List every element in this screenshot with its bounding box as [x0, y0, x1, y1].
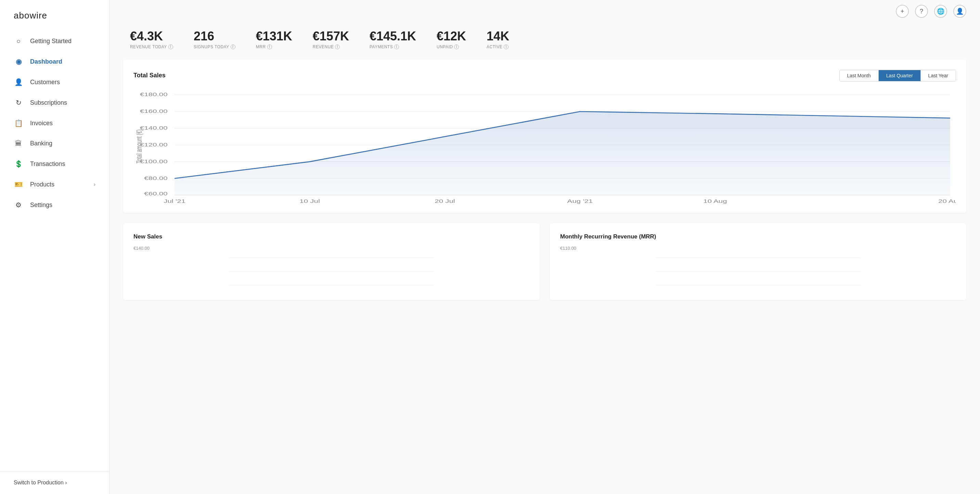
chart-title: Total Sales — [134, 72, 165, 79]
stat-signups-today: 216SIGNUPS TODAY i — [194, 29, 249, 49]
sidebar-item-transactions[interactable]: 💲Transactions — [0, 154, 109, 174]
subscriptions-icon: ↻ — [14, 98, 23, 107]
customers-icon: 👤 — [14, 78, 23, 86]
new-sales-svg — [134, 251, 529, 292]
help-icon[interactable]: ? — [915, 5, 928, 18]
mrr-svg — [560, 251, 956, 292]
mrr-y-label: €110.00 — [560, 246, 956, 251]
banking-icon: 🏛 — [14, 140, 23, 148]
stat-label-unpaid: UNPAID i — [437, 44, 459, 49]
stat-value-mrr: €131K — [256, 29, 292, 43]
sidebar-item-customers[interactable]: 👤Customers — [0, 72, 109, 92]
sidebar-item-banking[interactable]: 🏛Banking — [0, 133, 109, 154]
sidebar-item-getting-started[interactable]: ○Getting Started — [0, 31, 109, 51]
switch-production-button[interactable]: Switch to Production › — [0, 471, 109, 494]
sidebar-item-label-settings: Settings — [30, 202, 52, 209]
sidebar-item-dashboard[interactable]: ◉Dashboard — [0, 51, 109, 72]
total-sales-chart-card: Total Sales Last MonthLast QuarterLast Y… — [123, 60, 966, 213]
products-icon: 🎫 — [14, 180, 23, 189]
info-icon-payments[interactable]: i — [394, 44, 399, 49]
sidebar-item-label-dashboard: Dashboard — [30, 58, 62, 65]
topbar: + ? 🌐 👤 — [110, 0, 980, 22]
settings-icon: ⚙ — [14, 201, 23, 209]
svg-text:€80.00: €80.00 — [144, 175, 167, 181]
new-sales-y-label: €140.00 — [134, 246, 529, 251]
mrr-card: Monthly Recurring Revenue (MRR) €110.00 — [550, 223, 966, 300]
sidebar-item-label-invoices: Invoices — [30, 120, 53, 127]
stat-label-revenue: REVENUE i — [313, 44, 340, 49]
mrr-title: Monthly Recurring Revenue (MRR) — [560, 233, 956, 240]
info-icon-revenue-today[interactable]: i — [169, 44, 173, 49]
stat-value-unpaid: €12K — [437, 29, 466, 43]
plus-icon[interactable]: + — [896, 5, 909, 18]
svg-text:20 Jul: 20 Jul — [434, 199, 455, 204]
info-icon-revenue[interactable]: i — [335, 44, 340, 49]
stat-value-revenue: €157K — [313, 29, 349, 43]
info-icon-signups-today[interactable]: i — [231, 44, 235, 49]
svg-text:Aug '21: Aug '21 — [567, 199, 593, 204]
info-icon-unpaid[interactable]: i — [454, 44, 459, 49]
getting-started-icon: ○ — [14, 37, 23, 45]
stat-active: 14KACTIVE i — [487, 29, 523, 49]
stat-payments: €145.1KPAYMENTS i — [369, 29, 430, 49]
sidebar: abowire ○Getting Started◉Dashboard👤Custo… — [0, 0, 110, 494]
sidebar-item-invoices[interactable]: 📋Invoices — [0, 113, 109, 133]
sidebar-item-label-transactions: Transactions — [30, 160, 65, 168]
time-filter-last-year[interactable]: Last Year — [921, 70, 956, 81]
sidebar-item-label-subscriptions: Subscriptions — [30, 99, 67, 106]
stat-revenue: €157KREVENUE i — [313, 29, 363, 49]
time-filter-group: Last MonthLast QuarterLast Year — [839, 70, 956, 81]
svg-text:€100.00: €100.00 — [140, 159, 168, 164]
stat-mrr: €131KMRR i — [256, 29, 306, 49]
new-sales-title: New Sales — [134, 233, 529, 240]
stat-label-mrr: MRR i — [256, 44, 272, 49]
svg-text:€120.00: €120.00 — [140, 142, 168, 148]
dashboard-icon: ◉ — [14, 57, 23, 66]
svg-text:€140.00: €140.00 — [140, 125, 168, 131]
stat-value-signups-today: 216 — [194, 29, 214, 43]
sidebar-item-label-products: Products — [30, 181, 54, 188]
svg-text:Jul '21: Jul '21 — [164, 199, 185, 204]
stat-label-signups-today: SIGNUPS TODAY i — [194, 44, 235, 49]
stat-label-payments: PAYMENTS i — [369, 44, 399, 49]
time-filter-last-quarter[interactable]: Last Quarter — [879, 70, 921, 81]
sidebar-item-subscriptions[interactable]: ↻Subscriptions — [0, 92, 109, 113]
time-filter-last-month[interactable]: Last Month — [840, 70, 879, 81]
svg-text:10 Aug: 10 Aug — [703, 199, 727, 204]
products-expand-arrow-icon: › — [94, 181, 95, 187]
sidebar-item-products[interactable]: 🎫Products› — [0, 174, 109, 195]
sidebar-item-settings[interactable]: ⚙Settings — [0, 195, 109, 215]
stat-value-payments: €145.1K — [369, 29, 416, 43]
svg-text:€180.00: €180.00 — [140, 92, 168, 97]
user-icon[interactable]: 👤 — [953, 5, 966, 18]
total-sales-svg: €180.00 €160.00 €140.00 €120.00 €100.00 … — [134, 88, 956, 205]
sidebar-item-label-customers: Customers — [30, 79, 60, 86]
globe-icon[interactable]: 🌐 — [934, 5, 947, 18]
stat-label-active: ACTIVE i — [487, 44, 509, 49]
stat-revenue-today: €4.3KREVENUE TODAY i — [130, 29, 187, 49]
stat-value-active: 14K — [487, 29, 509, 43]
svg-marker-15 — [175, 111, 950, 195]
stat-value-revenue-today: €4.3K — [130, 29, 163, 43]
svg-text:€160.00: €160.00 — [140, 108, 168, 114]
svg-text:10 Jul: 10 Jul — [299, 199, 320, 204]
sidebar-item-label-getting-started: Getting Started — [30, 38, 72, 45]
info-icon-active[interactable]: i — [504, 44, 509, 49]
svg-text:Total amount (€): Total amount (€) — [135, 129, 143, 164]
new-sales-card: New Sales €140.00 — [123, 223, 539, 300]
sidebar-item-label-banking: Banking — [30, 140, 52, 147]
stats-row: €4.3KREVENUE TODAY i216SIGNUPS TODAY i€1… — [110, 22, 980, 60]
nav: ○Getting Started◉Dashboard👤Customers↻Sub… — [0, 28, 109, 471]
logo: abowire — [0, 0, 109, 28]
bottom-charts-row: New Sales €140.00 Monthly Recurring Reve… — [123, 223, 966, 300]
svg-text:€60.00: €60.00 — [144, 191, 167, 196]
main-content: + ? 🌐 👤 €4.3KREVENUE TODAY i216SIGNUPS T… — [110, 0, 980, 494]
transactions-icon: 💲 — [14, 160, 23, 168]
invoices-icon: 📋 — [14, 119, 23, 127]
stat-label-revenue-today: REVENUE TODAY i — [130, 44, 173, 49]
info-icon-mrr[interactable]: i — [267, 44, 272, 49]
chart-header: Total Sales Last MonthLast QuarterLast Y… — [134, 70, 956, 81]
stat-unpaid: €12KUNPAID i — [437, 29, 480, 49]
svg-text:20 Aug: 20 Aug — [938, 199, 956, 204]
